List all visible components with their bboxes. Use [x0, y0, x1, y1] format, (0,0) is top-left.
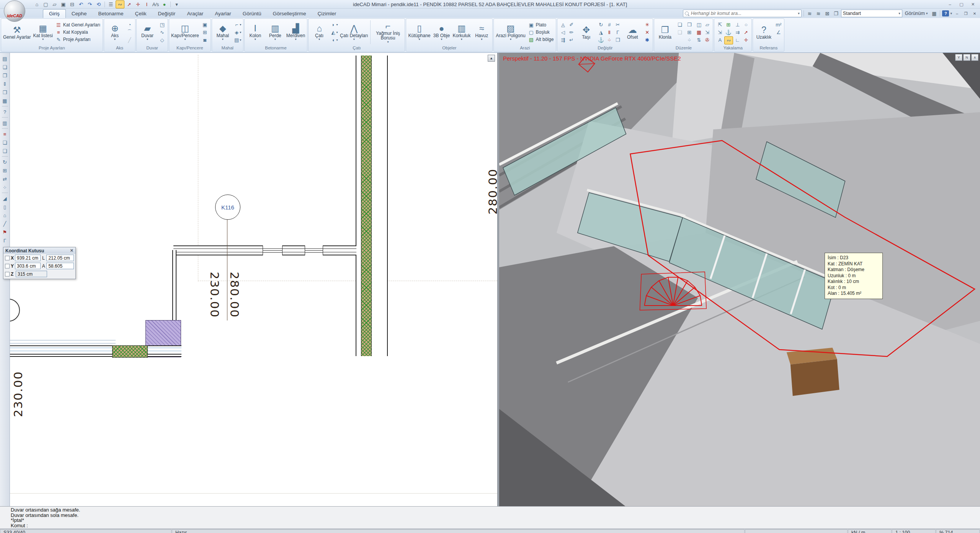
command-history-panel[interactable]: Duvar ortasından sağa mesafe.Duvar ortas…: [0, 506, 980, 528]
klonla-button[interactable]: ❐Klonla: [655, 24, 675, 41]
kat-kopyala-button[interactable]: ≡Kat Kopyala: [54, 29, 101, 36]
aynala-button[interactable]: ◮: [597, 29, 605, 36]
tab-cephe[interactable]: Cephe: [66, 10, 93, 18]
y-lock-checkbox[interactable]: [5, 264, 10, 268]
qat-redo-button[interactable]: ↷: [86, 1, 94, 8]
kat-genel-ayarlari-button[interactable]: ☰Kat Genel Ayarları: [54, 21, 101, 29]
qat-object-list-button[interactable]: ☰: [107, 1, 115, 8]
wall-horizontal-lower[interactable]: [10, 345, 181, 357]
pencere-button[interactable]: ▣: [201, 21, 209, 28]
doc-close-button[interactable]: ✕: [971, 10, 978, 16]
dugum-yakala-button[interactable]: ⚓: [724, 29, 732, 36]
numaralandir-button[interactable]: #: [605, 21, 613, 28]
tab-betonarme[interactable]: Betonarme: [93, 10, 129, 18]
sivri-cati-button[interactable]: ◭▾: [330, 29, 338, 36]
qat-save-button[interactable]: ▣: [59, 1, 67, 8]
olcu-birak-button[interactable]: ◁: [559, 29, 567, 36]
yay-aks-button[interactable]: ⌒: [126, 29, 134, 36]
duvar-button[interactable]: ▰Duvar▾: [137, 23, 157, 42]
kose-yakala-button[interactable]: ∟: [733, 36, 742, 44]
acisal-olcu-button[interactable]: ◬: [559, 21, 567, 28]
kutuphane-button[interactable]: ▯Kütüphane▾: [407, 23, 431, 42]
dondur-arac-button[interactable]: ↻: [1, 158, 9, 166]
tab-izimler[interactable]: Çizimler: [312, 10, 342, 18]
mahal-kaplamasi-button[interactable]: ◈▾: [234, 29, 242, 36]
tonoz-button[interactable]: ◖▾: [330, 36, 338, 44]
kes-arac-button[interactable]: ◢: [1, 195, 9, 202]
eksen-yakala-button[interactable]: ⇲: [716, 29, 724, 36]
ofset-button[interactable]: ☁Ofset: [622, 24, 642, 41]
qat-pin-reference-button[interactable]: ➚: [125, 1, 133, 8]
search-input[interactable]: [690, 10, 796, 16]
cetvel-button[interactable]: ✐: [567, 21, 575, 28]
boyutlandir-button[interactable]: ⇲: [703, 29, 711, 36]
kose-arac-button[interactable]: Γ: [1, 237, 9, 244]
qat-point-reference-button[interactable]: ✛: [134, 1, 142, 8]
havuz-button[interactable]: ≈Havuz▾: [472, 23, 492, 42]
qat-qat-overflow-button[interactable]: ▾: [173, 1, 181, 8]
qat-home-button[interactable]: ⌂: [33, 1, 41, 8]
help-button[interactable]: ?: [942, 10, 949, 16]
plan-maximize-button[interactable]: ▲: [488, 55, 495, 62]
egrisel-duvar-button[interactable]: ∿: [158, 29, 166, 36]
z-lock-checkbox[interactable]: [5, 272, 10, 276]
yagmur-inis-borusu-button[interactable]: ⌐Yağmur İniş Borusu▾: [372, 20, 404, 44]
matris-button[interactable]: ▦: [695, 29, 703, 36]
tab-g-rselle-tirme[interactable]: Görselleştirme: [267, 10, 312, 18]
dagit-arac-button[interactable]: ⁘: [1, 183, 9, 191]
grupla-button[interactable]: ❒: [685, 21, 693, 28]
mahal-button[interactable]: ◆Mahal▾: [213, 23, 233, 42]
close-icon[interactable]: ✕: [70, 248, 74, 253]
layer-stack-icon[interactable]: ≋: [806, 10, 813, 17]
dik-yakala-button[interactable]: ⊥: [733, 21, 742, 28]
kat-listesi-button[interactable]: ▦Kat listesi▾: [32, 23, 54, 42]
perde-button[interactable]: ▥Perde▾: [265, 23, 285, 42]
dusey-tasi-button[interactable]: ⇕: [1, 80, 9, 88]
app-logo-button[interactable]: ideCAD: [4, 0, 25, 22]
genel-ayarlar-button[interactable]: ⚒Genel Ayarlar: [2, 24, 32, 41]
kat-kopyala-arac-button[interactable]: ≡: [1, 130, 9, 138]
qat-open-file-button[interactable]: ▱: [51, 1, 59, 8]
layer-stack2-icon[interactable]: ≋: [815, 10, 822, 17]
x-lock-checkbox[interactable]: [5, 256, 10, 260]
tab-ayarlar[interactable]: Ayarlar: [209, 10, 237, 18]
wall-insulation-segment[interactable]: [112, 345, 148, 358]
grup-arac-button[interactable]: ⊞: [1, 167, 9, 174]
view-n-button[interactable]: N: [963, 54, 970, 61]
obje-kopyala-button[interactable]: ◫: [695, 21, 703, 28]
view-y-button[interactable]: Y: [955, 54, 962, 61]
coklu-tasi-button[interactable]: ⇶: [559, 36, 567, 44]
buda-button[interactable]: ✂: [614, 21, 622, 28]
insa-button[interactable]: ⌂: [1, 211, 9, 219]
cift-pencere-button[interactable]: ⊞: [201, 29, 209, 36]
patlat-button[interactable]: ✳: [643, 21, 651, 28]
cati-detaylari-button[interactable]: ⋀Çatı Detayları▾: [339, 23, 369, 42]
aks-cizgisi-button[interactable]: ╱: [126, 36, 134, 44]
poligon-duvar-button[interactable]: ◇: [158, 36, 166, 44]
not-ekle-button[interactable]: ↵: [567, 36, 575, 44]
nokta-duzenle-button[interactable]: ⁘: [605, 36, 613, 44]
temizle-button[interactable]: ✇: [703, 36, 711, 44]
cizgi-yakala-button[interactable]: ∾: [724, 36, 733, 44]
tab-elik[interactable]: Çelik: [129, 10, 152, 18]
qat-save-all-button[interactable]: ⊟: [68, 1, 76, 8]
profil-degistir-button[interactable]: Ⅱ: [605, 29, 613, 36]
command-search[interactable]: ▾: [683, 10, 802, 17]
window-symbol[interactable]: [305, 245, 323, 255]
nokta-yakala-button[interactable]: ✛: [742, 36, 750, 44]
tasima-referansi-button[interactable]: ⚓: [597, 36, 605, 44]
window-symbol[interactable]: [263, 245, 283, 255]
status-zoom[interactable]: % 714: [936, 529, 980, 533]
paralel-yakala-button[interactable]: ⇉: [733, 29, 742, 36]
qat-section-line-button[interactable]: Ⅰ: [143, 1, 151, 8]
kitaplik-button[interactable]: ▯: [1, 203, 9, 211]
alt-bolge-button[interactable]: ▧Alt bölge: [527, 36, 555, 43]
ozellik-al-button[interactable]: ✏: [567, 29, 575, 36]
z-input[interactable]: 315 cm: [16, 271, 47, 277]
olcekle-button[interactable]: ❒: [614, 36, 622, 44]
tablo-duzenle-button[interactable]: ▦: [1, 97, 9, 105]
axis-bubble-clipped[interactable]: [10, 299, 20, 322]
kolon-button[interactable]: ⅠKolon▾: [245, 23, 265, 42]
uc-b-obje-button[interactable]: ●3B Obje▾: [432, 23, 452, 42]
maximize-button[interactable]: ▢: [956, 1, 967, 8]
